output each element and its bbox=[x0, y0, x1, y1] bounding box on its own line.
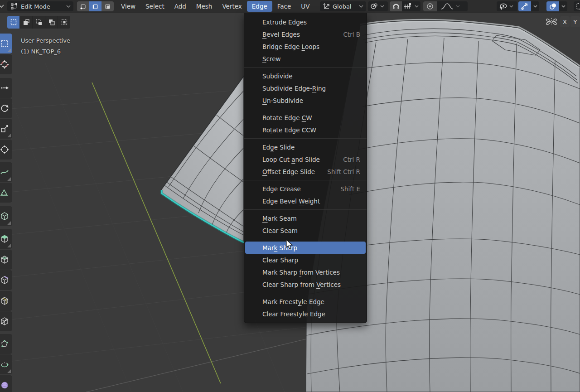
menu-vertex[interactable]: Vertex bbox=[217, 1, 246, 12]
inset-faces-icon bbox=[0, 255, 9, 264]
tool-inset-faces-button[interactable] bbox=[0, 250, 12, 270]
select-extend-icon bbox=[23, 19, 30, 26]
xray-toggle-button[interactable] bbox=[574, 1, 580, 11]
vertex-select-mode-button[interactable] bbox=[77, 1, 89, 11]
tool-cursor-button[interactable] bbox=[0, 54, 12, 74]
tool-measure-button[interactable] bbox=[0, 183, 12, 203]
select-set-icon bbox=[10, 19, 17, 26]
object-visibility-dropdown[interactable] bbox=[497, 1, 517, 11]
menu-item-extrude-edges[interactable]: Extrude Edges bbox=[245, 16, 366, 28]
mode-selector-dropdown[interactable]: Edit Mode bbox=[7, 1, 73, 11]
pivot-point-dropdown[interactable] bbox=[368, 1, 388, 11]
chevron-down-icon bbox=[456, 5, 460, 8]
menu-item-mark-sharp[interactable]: Mark Sharp bbox=[245, 242, 366, 254]
menu-item-subdivide[interactable]: Subdivide bbox=[245, 70, 366, 82]
chevron-down-icon bbox=[561, 5, 566, 8]
select-set-button[interactable] bbox=[7, 16, 20, 29]
menu-item-label: Edge Bevel Weight bbox=[245, 198, 320, 205]
tool-select-box-button[interactable] bbox=[0, 34, 12, 53]
menu-mesh[interactable]: Mesh bbox=[191, 1, 218, 12]
menu-item-edge-slide[interactable]: Edge Slide bbox=[245, 141, 366, 153]
menu-separator bbox=[244, 293, 367, 293]
menu-item-edge-crease[interactable]: Edge CreaseShift E bbox=[245, 183, 366, 195]
transform-orientation-dropdown[interactable]: Global bbox=[320, 1, 366, 11]
menu-item-label: Mark Freestyle Edge bbox=[245, 298, 324, 305]
face-select-mode-button[interactable] bbox=[102, 1, 114, 11]
menu-item-label: Edge Crease bbox=[245, 185, 301, 193]
menu-item-label: Screw bbox=[245, 55, 281, 63]
tool-extrude-region-button[interactable] bbox=[0, 229, 12, 249]
menu-item-bevel-edges[interactable]: Bevel EdgesCtrl B bbox=[245, 28, 366, 40]
tool-annotate-button[interactable] bbox=[0, 162, 12, 182]
select-extend-button[interactable] bbox=[20, 16, 33, 29]
menu-item-mark-freestyle-edge[interactable]: Mark Freestyle Edge bbox=[245, 295, 366, 308]
tool-move-button[interactable] bbox=[0, 78, 12, 98]
show-gizmo-toggle[interactable] bbox=[518, 1, 531, 11]
menu-item-screw[interactable]: Screw bbox=[245, 53, 366, 65]
menu-item-label: Edge Slide bbox=[245, 144, 295, 151]
tool-knife-button[interactable] bbox=[0, 311, 12, 331]
show-overlays-toggle[interactable] bbox=[546, 1, 559, 11]
snap-target-dropdown[interactable] bbox=[402, 3, 420, 10]
add-cube-icon bbox=[0, 212, 9, 221]
edge-select-mode-button[interactable] bbox=[89, 1, 102, 11]
snap-toggle-button[interactable] bbox=[390, 1, 402, 11]
mirror-butterfly-icon[interactable] bbox=[546, 16, 557, 27]
menu-item-loop-cut-and-slide[interactable]: Loop Cut and SlideCtrl R bbox=[245, 153, 366, 165]
menu-item-clear-sharp[interactable]: Clear Sharp bbox=[245, 254, 366, 266]
menu-item-label: Clear Freestyle Edge bbox=[245, 310, 325, 318]
proportional-editing-group bbox=[423, 1, 468, 11]
menu-item-label: Clear Sharp bbox=[245, 256, 298, 264]
vertex-select-icon bbox=[80, 3, 87, 10]
editor-type-chevron-icon[interactable] bbox=[0, 4, 5, 9]
menu-item-rotate-edge-cw[interactable]: Rotate Edge CW bbox=[245, 111, 366, 124]
tool-scale-button[interactable] bbox=[0, 119, 12, 139]
overlays-dropdown[interactable] bbox=[559, 1, 567, 11]
menu-item-edge-bevel-weight[interactable]: Edge Bevel Weight bbox=[245, 195, 366, 207]
menu-uv[interactable]: UV bbox=[296, 1, 314, 12]
menu-item-mark-seam[interactable]: Mark Seam bbox=[245, 212, 366, 224]
menu-item-mark-sharp-from-vertices[interactable]: Mark Sharp from Vertices bbox=[245, 266, 366, 278]
tool-spin-button[interactable] bbox=[0, 354, 12, 374]
gizmo-dropdown[interactable] bbox=[531, 1, 539, 11]
falloff-dropdown[interactable] bbox=[437, 2, 462, 10]
menu-select[interactable]: Select bbox=[140, 1, 169, 12]
tool-rotate-button[interactable] bbox=[0, 98, 12, 118]
tool-poly-build-button[interactable] bbox=[0, 334, 12, 354]
menu-edge[interactable]: Edge bbox=[247, 1, 272, 12]
mirror-y-button[interactable]: Y bbox=[570, 16, 580, 27]
select-invert-button[interactable] bbox=[45, 16, 58, 29]
select-subtract-button[interactable] bbox=[33, 16, 45, 29]
menu-add[interactable]: Add bbox=[169, 1, 191, 12]
tool-smooth-button[interactable] bbox=[0, 375, 12, 392]
mode-selector-label: Edit Mode bbox=[21, 3, 50, 10]
mirror-x-button[interactable]: X bbox=[560, 16, 570, 27]
chevron-down-icon bbox=[509, 5, 513, 8]
menu-item-subdivide-edge-ring[interactable]: Subdivide Edge-Ring bbox=[245, 82, 366, 94]
transform-orientation-icon bbox=[323, 3, 331, 10]
menu-item-offset-edge-slide[interactable]: Offset Edge SlideShift Ctrl R bbox=[245, 165, 366, 178]
smooth-icon bbox=[0, 381, 9, 390]
tool-loop-cut-button[interactable] bbox=[0, 291, 12, 311]
menu-item-clear-seam[interactable]: Clear Seam bbox=[245, 224, 366, 237]
proportional-editing-toggle[interactable] bbox=[423, 1, 437, 11]
menu-item-label: Loop Cut and Slide bbox=[245, 156, 320, 163]
annotate-icon bbox=[0, 168, 9, 177]
menu-item-clear-freestyle-edge[interactable]: Clear Freestyle Edge bbox=[245, 308, 366, 320]
select-intersect-button[interactable] bbox=[58, 16, 70, 29]
menu-item-clear-sharp-from-vertices[interactable]: Clear Sharp from Vertices bbox=[245, 278, 366, 290]
menu-item-label: Clear Sharp from Vertices bbox=[245, 281, 341, 288]
menu-item-un-subdivide[interactable]: Un-Subdivide bbox=[245, 94, 366, 106]
mirror-axes-group: X Y bbox=[546, 16, 580, 27]
loop-cut-icon bbox=[0, 296, 9, 305]
menu-view[interactable]: View bbox=[116, 1, 140, 12]
menu-item-rotate-edge-ccw[interactable]: Rotate Edge CCW bbox=[245, 124, 366, 136]
tool-transform-button[interactable] bbox=[0, 140, 12, 160]
gizmo-icon bbox=[521, 3, 529, 10]
menu-separator bbox=[244, 180, 367, 180]
phone-mesh-object[interactable] bbox=[162, 76, 244, 243]
menu-item-bridge-edge-loops[interactable]: Bridge Edge Loops bbox=[245, 40, 366, 53]
tool-bevel-button[interactable] bbox=[0, 270, 12, 290]
menu-face[interactable]: Face bbox=[272, 1, 296, 12]
tool-add-cube-button[interactable] bbox=[0, 206, 12, 226]
